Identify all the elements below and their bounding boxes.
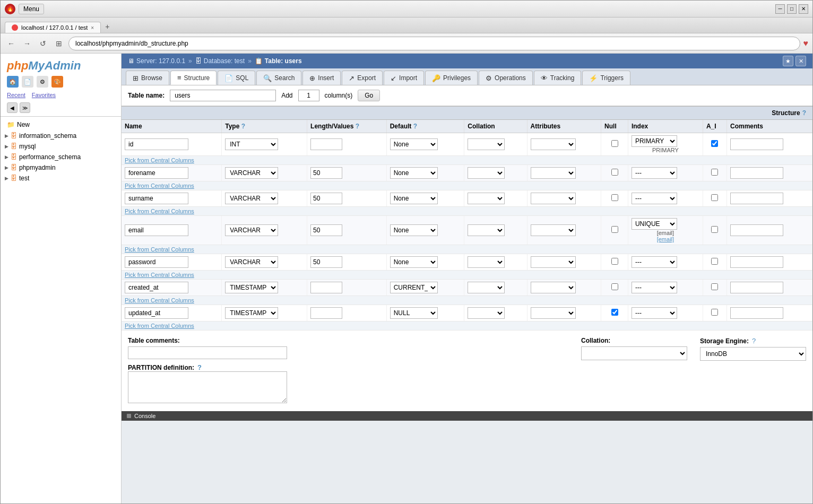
length-input-5[interactable] (310, 282, 342, 293)
type-select-4[interactable]: INTVARCHARTEXTBLOBDECIMALDATEDATETIMETIM… (225, 256, 278, 268)
length-input-3[interactable] (310, 224, 342, 236)
comment-input-2[interactable] (730, 193, 783, 204)
attr-select-0[interactable]: BINARYUNSIGNEDUNSIGNED ZEROFILLon update… (531, 138, 576, 150)
partition-input[interactable] (128, 371, 287, 403)
collation-select-1[interactable] (468, 167, 505, 179)
back-button[interactable]: ← (5, 37, 18, 50)
close-button[interactable]: ✕ (799, 4, 808, 14)
comment-input-6[interactable] (730, 307, 783, 319)
index-select-2[interactable]: ---PRIMARYUNIQUEINDEXFULLTEXT (632, 193, 677, 204)
pick-link-3[interactable]: Pick from Central Columns (125, 246, 194, 253)
table-name-input[interactable] (170, 90, 276, 101)
comment-input-4[interactable] (730, 256, 783, 268)
bc-bookmark-button[interactable]: ★ (783, 56, 793, 66)
maximize-button[interactable]: □ (787, 4, 797, 14)
attr-select-1[interactable]: BINARYUNSIGNEDUNSIGNED ZEROFILLon update… (531, 167, 576, 179)
structure-help-icon[interactable]: ? (802, 109, 806, 117)
length-input-2[interactable] (310, 193, 342, 204)
tab-triggers[interactable]: ⚡ Triggers (582, 71, 630, 85)
length-input-4[interactable] (310, 256, 342, 268)
sidebar-item-test[interactable]: ▶ 🗄 test (1, 173, 121, 184)
collation-select-5[interactable] (468, 282, 505, 293)
browser-tab[interactable]: localhost / 127.0.0.1 / test × (5, 22, 101, 33)
default-select-4[interactable]: NoneNULLCURRENT_TIMESTAMPCURRENT_TIMEAs … (390, 256, 438, 268)
collation-select-4[interactable] (468, 256, 505, 268)
sidebar-item-performance-schema[interactable]: ▶ 🗄 performance_schema (1, 152, 121, 162)
tab-export[interactable]: ↗ Export (342, 71, 383, 85)
server-link[interactable]: Server: 127.0.0.1 (136, 57, 185, 65)
comment-input-5[interactable] (730, 282, 783, 293)
add-columns-input[interactable] (298, 90, 319, 101)
collation-select-3[interactable] (468, 224, 505, 236)
ai-checkbox-3[interactable] (711, 226, 718, 233)
new-database-item[interactable]: 📁 New (1, 119, 121, 131)
name-input-4[interactable] (125, 256, 188, 268)
tab-close-button[interactable]: × (91, 25, 94, 31)
name-input-0[interactable] (125, 138, 188, 150)
grid-button[interactable]: ⊞ (53, 37, 65, 50)
tab-tracking[interactable]: 👁 Tracking (534, 71, 582, 85)
null-checkbox-5[interactable] (611, 283, 618, 290)
theme-icon[interactable]: 🎨 (51, 76, 63, 88)
sidebar-item-phpmyadmin[interactable]: ▶ 🗄 phpmyadmin (1, 162, 121, 173)
type-select-6[interactable]: INTVARCHARTEXTBLOBDECIMALDATEDATETIMETIM… (225, 307, 278, 319)
type-select-1[interactable]: INTVARCHARTEXTBLOBDECIMALDATEDATETIMETIM… (225, 167, 278, 179)
default-select-1[interactable]: NoneNULLCURRENT_TIMESTAMPCURRENT_TIMEAs … (390, 167, 438, 179)
pick-link-5[interactable]: Pick from Central Columns (125, 297, 194, 303)
pick-link-0[interactable]: Pick from Central Columns (125, 157, 194, 163)
index-select-1[interactable]: ---PRIMARYUNIQUEINDEXFULLTEXT (632, 167, 677, 179)
tab-structure[interactable]: ≡ Structure (170, 71, 217, 85)
length-input-0[interactable] (310, 138, 342, 150)
index-select-0[interactable]: ---PRIMARYUNIQUEINDEXFULLTEXT (632, 135, 677, 147)
collation-select[interactable] (581, 346, 687, 360)
address-bar[interactable] (68, 37, 800, 50)
tab-search[interactable]: 🔍 Search (256, 71, 301, 85)
home-icon[interactable]: 🏠 (7, 76, 19, 88)
ai-checkbox-4[interactable] (711, 258, 718, 265)
pick-link-6[interactable]: Pick from Central Columns (125, 323, 194, 329)
comment-input-3[interactable] (730, 224, 783, 236)
attr-select-4[interactable]: BINARYUNSIGNEDUNSIGNED ZEROFILLon update… (531, 256, 576, 268)
index-select-3[interactable]: ---PRIMARYUNIQUEINDEXFULLTEXT (632, 218, 677, 230)
default-select-0[interactable]: NoneNULLCURRENT_TIMESTAMPCURRENT_TIMEAs … (390, 138, 438, 150)
bookmark-button[interactable]: ♥ (803, 39, 809, 48)
tab-privileges[interactable]: 🔑 Privileges (425, 71, 478, 85)
null-checkbox-6[interactable] (611, 309, 618, 316)
settings-icon[interactable]: ⚙ (37, 76, 48, 88)
attr-select-5[interactable]: BINARYUNSIGNEDUNSIGNED ZEROFILLon update… (531, 282, 576, 293)
database-link[interactable]: Database: test (204, 57, 245, 65)
index-select-6[interactable]: ---PRIMARYUNIQUEINDEXFULLTEXT (632, 307, 677, 319)
ai-checkbox-5[interactable] (711, 283, 718, 290)
index-select-4[interactable]: ---PRIMARYUNIQUEINDEXFULLTEXT (632, 256, 677, 268)
attr-select-3[interactable]: BINARYUNSIGNEDUNSIGNED ZEROFILLon update… (531, 224, 576, 236)
name-input-3[interactable] (125, 224, 188, 236)
partition-help-icon[interactable]: ? (197, 363, 202, 371)
ai-checkbox-0[interactable] (711, 140, 718, 147)
pick-link-4[interactable]: Pick from Central Columns (125, 272, 194, 278)
menu-button[interactable]: Menu (19, 4, 44, 14)
pick-link-1[interactable]: Pick from Central Columns (125, 183, 194, 189)
default-select-2[interactable]: NoneNULLCURRENT_TIMESTAMPCURRENT_TIMEAs … (390, 193, 438, 204)
tab-sql[interactable]: 📄 SQL (218, 71, 255, 85)
index-select-5[interactable]: ---PRIMARYUNIQUEINDEXFULLTEXT (632, 282, 677, 293)
refresh-button[interactable]: ↺ (37, 37, 49, 50)
name-input-1[interactable] (125, 167, 188, 179)
ai-checkbox-2[interactable] (711, 194, 718, 201)
length-input-1[interactable] (310, 167, 342, 179)
storage-engine-help-icon[interactable]: ? (752, 337, 756, 345)
collation-select-0[interactable] (468, 138, 505, 150)
sidebar-item-mysql[interactable]: ▶ 🗄 mysql (1, 141, 121, 152)
type-select-0[interactable]: INTVARCHARTEXTBLOBDECIMALDATEDATETIMETIM… (225, 138, 278, 150)
go-button[interactable]: Go (358, 90, 380, 101)
recent-link[interactable]: Recent (7, 92, 25, 98)
ai-checkbox-6[interactable] (711, 309, 718, 316)
storage-engine-select[interactable]: InnoDB MyISAM MEMORY (700, 347, 806, 361)
tab-import[interactable]: ↙ Import (384, 71, 424, 85)
attr-select-6[interactable]: BINARYUNSIGNEDUNSIGNED ZEROFILLon update… (531, 307, 576, 319)
expand-sidebar-button[interactable]: ≫ (20, 102, 30, 113)
type-select-5[interactable]: INTVARCHARTEXTBLOBDECIMALDATEDATETIMETIM… (225, 282, 278, 293)
name-input-6[interactable] (125, 307, 188, 319)
console-bar[interactable]: Console (122, 411, 812, 421)
default-select-5[interactable]: NoneNULLCURRENT_TIMESTAMPCURRENT_TIMEAs … (390, 282, 438, 293)
type-select-2[interactable]: INTVARCHARTEXTBLOBDECIMALDATEDATETIMETIM… (225, 193, 278, 204)
